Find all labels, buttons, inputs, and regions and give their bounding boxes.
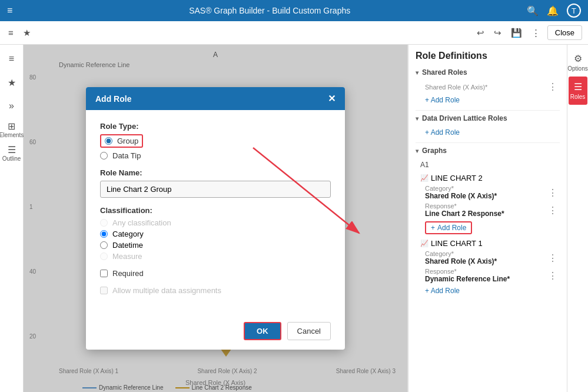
role-name-label: Role Name: xyxy=(100,168,331,177)
shared-role-sub: Shared Role (X Axis)* xyxy=(425,84,546,91)
any-class-option[interactable]: Any classification xyxy=(100,218,331,227)
lc1-response-row: Response* Dynamic Reference Line* ⋮ xyxy=(416,267,560,284)
options-tool-button[interactable]: ⚙ Options xyxy=(569,48,587,77)
cancel-button[interactable]: Cancel xyxy=(287,322,331,340)
measure-label: Measure xyxy=(112,252,142,261)
divider-2 xyxy=(416,142,560,143)
shared-roles-header[interactable]: ▾ Shared Roles xyxy=(416,68,560,77)
classification-row: Classification: Any classification Categ… xyxy=(100,206,331,261)
options-label: Options xyxy=(567,65,587,72)
top-bar-right: 🔍 🔔 T xyxy=(527,4,581,18)
left-sidebar: ≡ ★ » ⊞ Elements ☰ Outline xyxy=(0,45,24,392)
lc1-response-main: Dynamic Reference Line* xyxy=(425,275,546,283)
roles-tool-button[interactable]: ☰ Roles xyxy=(569,77,587,105)
notification-icon[interactable]: 🔔 xyxy=(547,5,559,16)
modal-header: Add Role ✕ xyxy=(86,87,345,110)
allow-multiple-checkbox-label[interactable]: Allow multiple data assignments xyxy=(100,286,331,295)
datetime-radio[interactable] xyxy=(100,241,108,249)
datetime-label: Datetime xyxy=(112,241,143,250)
lc2-response-dots[interactable]: ⋮ xyxy=(546,205,560,216)
measure-option[interactable]: Measure xyxy=(100,252,331,261)
hamburger-menu-icon[interactable]: ≡ xyxy=(7,5,12,16)
data-driven-label: Data Driven Lattice Roles xyxy=(422,114,507,122)
lc2-category-dots[interactable]: ⋮ xyxy=(546,187,560,198)
line-chart-2-icon: 📈 xyxy=(420,174,428,182)
lc2-add-role-highlighted[interactable]: + Add Role xyxy=(425,221,472,234)
expand-icon: » xyxy=(9,101,14,111)
star-icon: ★ xyxy=(8,77,16,88)
ok-button[interactable]: OK xyxy=(244,322,281,340)
required-label-text: Required xyxy=(112,269,144,278)
shared-role-x-axis-text: Shared Role (X Axis)* xyxy=(425,84,546,91)
lc2-add-role-label: Add Role xyxy=(437,224,466,232)
required-checkbox-label[interactable]: Required xyxy=(100,269,331,278)
lc2-category-sub: Category* xyxy=(425,185,546,192)
classification-options: Any classification Category Datetime xyxy=(100,218,331,261)
role-definitions-title: Role Definitions xyxy=(416,51,560,61)
graphs-label: Graphs xyxy=(422,147,447,155)
sidebar-item-elements[interactable]: ⊞ Elements xyxy=(1,119,22,140)
redo-icon[interactable]: ↪ xyxy=(491,25,504,41)
a1-label: A1 xyxy=(416,158,560,171)
shared-role-dots-menu[interactable]: ⋮ xyxy=(546,81,560,92)
group-radio-input[interactable] xyxy=(105,137,112,145)
divider-1 xyxy=(416,110,560,111)
allow-multiple-label-text: Allow multiple data assignments xyxy=(112,286,221,295)
elements-label: Elements xyxy=(0,132,24,138)
modal-overlay: Add Role ✕ Role Type: Group xyxy=(24,45,407,392)
role-name-input[interactable] xyxy=(100,181,331,198)
data-driven-header[interactable]: ▾ Data Driven Lattice Roles xyxy=(416,114,560,122)
more-options-icon[interactable]: ⋮ xyxy=(529,25,543,41)
role-type-datatip-option[interactable]: Data Tip xyxy=(100,151,331,160)
lc2-add-role-container: + Add Role xyxy=(416,219,560,237)
line-chart-1-row: 📈 LINE CHART 1 xyxy=(416,237,560,249)
modal-body: Role Type: Group Data Tip xyxy=(86,110,345,315)
group-radio-label: Group xyxy=(117,137,138,145)
lc2-category-text: Category* Shared Role (X Axis)* xyxy=(425,185,546,200)
datatip-radio-input[interactable] xyxy=(100,152,108,160)
line-chart-1-icon: 📈 xyxy=(420,240,428,247)
options-icon: ⚙ xyxy=(574,53,582,64)
search-icon[interactable]: 🔍 xyxy=(527,5,539,16)
modal-title: Add Role xyxy=(95,94,131,104)
lc1-add-role[interactable]: + Add Role xyxy=(416,284,560,297)
modal-close-button[interactable]: ✕ xyxy=(328,93,335,104)
shared-role-x-axis-row: Shared Role (X Axis)* ⋮ xyxy=(416,80,560,94)
data-driven-chevron: ▾ xyxy=(416,115,418,122)
lc2-response-sub: Response* xyxy=(425,202,546,210)
sidebar-item-hamburger[interactable]: ≡ xyxy=(1,48,22,69)
top-bar: ≡ SAS® Graph Builder - Build Custom Grap… xyxy=(0,0,588,21)
star-icon[interactable]: ★ xyxy=(21,25,33,41)
undo-icon[interactable]: ↩ xyxy=(474,25,487,41)
role-definitions-panel: Role Definitions ▾ Shared Roles Shared R… xyxy=(408,45,567,392)
role-type-group-option[interactable]: Group xyxy=(100,134,331,148)
category-option[interactable]: Category xyxy=(100,230,331,238)
sidebar-item-outline[interactable]: ☰ Outline xyxy=(1,142,22,164)
hamburger-icon: ≡ xyxy=(9,54,14,64)
lc2-add-role-plus: + xyxy=(431,224,435,232)
required-checkbox[interactable] xyxy=(100,270,108,277)
lc1-response-dots[interactable]: ⋮ xyxy=(546,270,560,281)
lc1-category-dots[interactable]: ⋮ xyxy=(546,253,560,264)
outline-label: Outline xyxy=(2,155,21,162)
line-chart-1-name: LINE CHART 1 xyxy=(431,239,483,248)
datetime-option[interactable]: Datetime xyxy=(100,241,331,250)
close-button[interactable]: Close xyxy=(547,25,582,40)
role-type-row: Role Type: Group Data Tip xyxy=(100,122,331,160)
sidebar-item-expand[interactable]: » xyxy=(1,95,22,117)
sidebar-item-star[interactable]: ★ xyxy=(1,72,22,93)
user-icon[interactable]: T xyxy=(567,4,581,18)
menu-icon[interactable]: ≡ xyxy=(6,25,16,40)
data-driven-add-role[interactable]: + Add Role xyxy=(416,126,560,139)
graphs-header[interactable]: ▾ Graphs xyxy=(416,147,560,155)
lc2-category-row: Category* Shared Role (X Axis)* ⋮ xyxy=(416,184,560,201)
measure-radio xyxy=(100,253,108,260)
category-radio[interactable] xyxy=(100,230,108,238)
line-chart-2-name: LINE CHART 2 xyxy=(431,174,483,182)
roles-label: Roles xyxy=(570,94,586,100)
role-type-label: Role Type: xyxy=(100,122,331,131)
allow-multiple-checkbox xyxy=(100,287,108,294)
save-icon[interactable]: 💾 xyxy=(509,25,524,41)
shared-roles-add-role[interactable]: + Add Role xyxy=(416,94,560,107)
any-class-radio xyxy=(100,219,108,227)
